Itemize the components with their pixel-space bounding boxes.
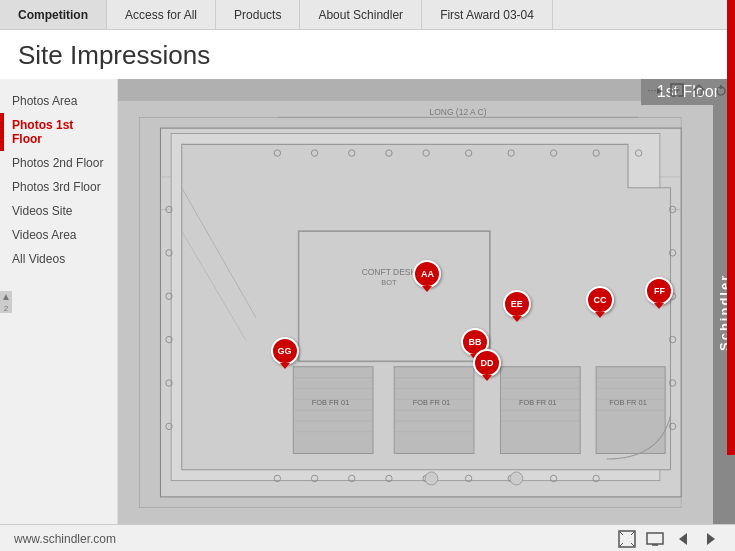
svg-marker-91 (707, 533, 715, 545)
sidebar-item-photos-2nd[interactable]: Photos 2nd Floor (0, 151, 117, 175)
marker-ff[interactable]: FF (645, 277, 673, 305)
expand-button[interactable] (617, 529, 637, 549)
svg-point-81 (510, 472, 523, 485)
nav-item-firstaward[interactable]: First Award 03-04 (422, 0, 553, 29)
toolbar-home-btn[interactable] (691, 82, 707, 98)
svg-point-80 (425, 472, 438, 485)
floor-plan-image[interactable]: LONG (12 A C) CONFT DESK BOT FOB FR 01 F… (118, 101, 713, 524)
sidebar-item-videos-area[interactable]: Videos Area (0, 223, 117, 247)
scroll-indicator: ▲ 2 (0, 291, 12, 313)
svg-text:FOB FR 01: FOB FR 01 (519, 398, 557, 407)
sidebar-item-all-videos[interactable]: All Videos (0, 247, 117, 271)
marker-aa[interactable]: AA (413, 260, 441, 288)
marker-cc[interactable]: CC (586, 286, 614, 314)
screen-button[interactable] (645, 529, 665, 549)
svg-rect-87 (647, 533, 663, 544)
svg-line-83 (620, 532, 623, 535)
svg-line-86 (631, 543, 634, 546)
marker-ee[interactable]: EE (503, 290, 531, 318)
svg-text:LONG (12 A C): LONG (12 A C) (429, 107, 486, 117)
svg-marker-3 (694, 85, 704, 95)
svg-text:FOB FR 01: FOB FR 01 (609, 398, 647, 407)
page-title: Site Impressions (0, 30, 735, 79)
red-accent-bar-top (727, 0, 735, 75)
svg-line-85 (620, 543, 623, 546)
nav-item-competition[interactable]: Competition (0, 0, 107, 29)
red-accent-bar-right (727, 75, 735, 455)
marker-dd[interactable]: DD (473, 349, 501, 377)
svg-text:BOT: BOT (381, 278, 397, 287)
nav-item-access[interactable]: Access for All (107, 0, 216, 29)
bottom-bar: www.schindler.com (0, 524, 735, 551)
toolbar-zoom-btn[interactable] (669, 82, 685, 98)
sidebar-item-videos-site[interactable]: Videos Site (0, 199, 117, 223)
sidebar-item-photos-area[interactable]: Photos Area (0, 89, 117, 113)
website-url: www.schindler.com (14, 532, 116, 546)
toolbar-options-btn[interactable]: ···▸ (647, 82, 663, 98)
blueprint: LONG (12 A C) CONFT DESK BOT FOB FR 01 F… (118, 101, 713, 524)
bottom-controls (617, 529, 721, 549)
prev-button[interactable] (673, 529, 693, 549)
svg-text:FOB FR 01: FOB FR 01 (312, 398, 350, 407)
sidebar-item-photos-1st[interactable]: Photos 1st Floor (0, 113, 117, 151)
viewer-toolbar: ···▸ (641, 79, 735, 101)
blueprint-svg: LONG (12 A C) CONFT DESK BOT FOB FR 01 F… (118, 101, 713, 524)
next-button[interactable] (701, 529, 721, 549)
nav-item-products[interactable]: Products (216, 0, 300, 29)
main-content: ▲ 2 Photos Area Photos 1st Floor Photos … (0, 79, 735, 524)
marker-gg[interactable]: GG (271, 337, 299, 365)
svg-text:FOB FR 01: FOB FR 01 (413, 398, 451, 407)
sidebar: Photos Area Photos 1st Floor Photos 2nd … (0, 79, 118, 524)
nav-item-about[interactable]: About Schindler (300, 0, 422, 29)
top-navigation: Competition Access for All Products Abou… (0, 0, 735, 30)
floor-plan-viewer: ···▸ 1st Floor (118, 79, 735, 524)
svg-line-84 (631, 532, 634, 535)
svg-text:CONFT DESK: CONFT DESK (362, 266, 417, 276)
svg-marker-90 (679, 533, 687, 545)
sidebar-item-photos-3rd[interactable]: Photos 3rd Floor (0, 175, 117, 199)
